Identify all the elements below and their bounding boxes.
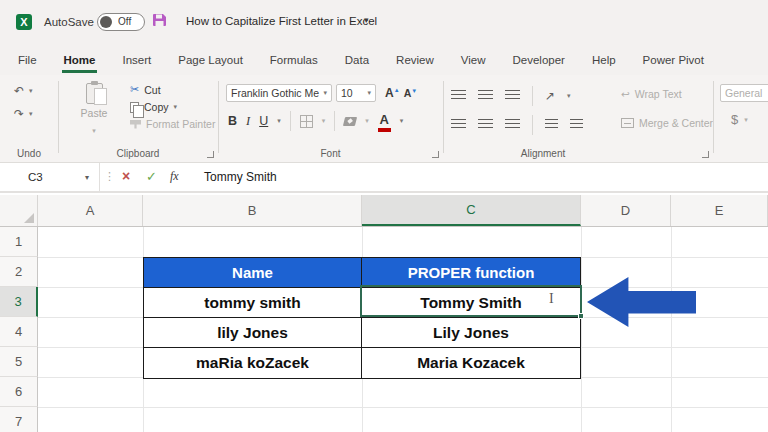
fill-color-button[interactable]	[343, 117, 357, 126]
orientation-button[interactable]: ↗	[545, 90, 555, 102]
increase-font-size-button[interactable]: A▲	[385, 86, 400, 100]
row-header-2[interactable]: 2	[0, 257, 38, 287]
row-header-4[interactable]: 4	[0, 317, 38, 347]
underline-button[interactable]: U	[259, 114, 268, 128]
font-dialog-launcher[interactable]	[432, 151, 439, 158]
fill-color-chevron-down-icon[interactable]: ▾	[365, 117, 369, 125]
cell-c5[interactable]: Maria Kozacek	[362, 348, 580, 378]
currency-format-button[interactable]: $	[731, 113, 738, 126]
name-box[interactable]: C3 ▾	[0, 163, 100, 191]
align-left-button[interactable]	[451, 119, 466, 131]
align-middle-button[interactable]	[478, 90, 493, 102]
tab-review[interactable]: Review	[396, 54, 434, 66]
font-group: Franklin Gothic Me ▾ 10 ▾ A▲ A▼ B I U ▾ …	[218, 75, 443, 163]
clipboard-dialog-launcher[interactable]	[207, 151, 214, 158]
undo-chevron-down-icon[interactable]: ▾	[29, 87, 33, 95]
select-all-corner[interactable]	[0, 195, 38, 226]
alignment-group-label: Alignment	[443, 148, 643, 159]
align-bottom-button[interactable]	[505, 90, 520, 102]
column-header-b[interactable]: B	[143, 195, 362, 226]
redo-button[interactable]: ↷	[14, 108, 24, 120]
currency-chevron-down-icon[interactable]: ▾	[744, 116, 748, 124]
copy-chevron-down-icon[interactable]: ▾	[174, 103, 178, 111]
tab-insert[interactable]: Insert	[122, 54, 151, 66]
cut-button[interactable]: ✂ Cut	[130, 83, 215, 96]
scissors-icon: ✂	[130, 83, 139, 96]
align-right-button[interactable]	[505, 119, 520, 131]
autosave-toggle[interactable]: Off	[97, 13, 145, 31]
tab-help[interactable]: Help	[592, 54, 616, 66]
row-header-7[interactable]: 7	[0, 407, 38, 432]
tab-home[interactable]: Home	[64, 54, 96, 66]
number-format-select[interactable]: General	[720, 84, 768, 102]
clipboard-group-label: Clipboard	[58, 148, 218, 159]
autosave-state: Off	[118, 16, 131, 27]
document-title[interactable]: How to Capitalize First Letter in Excel	[186, 15, 377, 27]
borders-button[interactable]	[300, 115, 313, 128]
undo-group-label: Undo	[0, 148, 58, 159]
paste-button[interactable]: Paste ▾	[72, 83, 116, 137]
sheet-grid[interactable]: A B C D E 1 2 3 4 5 6 7 Name	[0, 195, 768, 432]
merge-center-button[interactable]: Merge & Center	[621, 117, 713, 129]
copy-button[interactable]: Copy ▾	[130, 101, 215, 113]
tab-power-pivot[interactable]: Power Pivot	[643, 54, 704, 66]
increase-indent-button[interactable]	[570, 119, 583, 131]
decrease-font-size-button[interactable]: A▼	[404, 87, 418, 99]
cell-b3[interactable]: tommy smith	[144, 288, 362, 318]
undo-group: ↶ ▾ ↷ ▾ Undo	[0, 75, 58, 163]
cancel-button[interactable]: ×	[122, 168, 130, 184]
column-header-c[interactable]: C	[362, 195, 581, 226]
decrease-indent-button[interactable]	[545, 119, 558, 131]
row-header-6[interactable]: 6	[0, 377, 38, 407]
title-chevron-down-icon[interactable]: ▾	[364, 15, 369, 25]
cell-b2[interactable]: Name	[144, 258, 362, 288]
paste-clipboard-icon	[86, 83, 103, 104]
cell-c4[interactable]: Lily Jones	[362, 318, 580, 348]
clipboard-group: Paste ▾ ✂ Cut Copy ▾ Format Painter Cli	[58, 75, 218, 163]
ribbon: ↶ ▾ ↷ ▾ Undo Paste ▾ ✂ Cut	[0, 75, 768, 163]
row-header-5[interactable]: 5	[0, 347, 38, 377]
font-name-select[interactable]: Franklin Gothic Me ▾	[226, 84, 332, 102]
cell-b5[interactable]: maRia koZacek	[144, 348, 362, 378]
alignment-dialog-launcher[interactable]	[702, 151, 709, 158]
formula-input[interactable]: Tommy Smith	[196, 163, 768, 191]
column-header-e[interactable]: E	[671, 195, 768, 226]
redo-chevron-down-icon[interactable]: ▾	[29, 110, 33, 118]
cell-c3[interactable]: Tommy Smith	[362, 288, 580, 318]
column-header-a[interactable]: A	[38, 195, 143, 226]
tab-developer[interactable]: Developer	[513, 54, 565, 66]
wrap-text-button[interactable]: ↩ Wrap Text	[621, 88, 682, 100]
underline-chevron-down-icon[interactable]: ▾	[277, 117, 281, 125]
align-center-button[interactable]	[478, 119, 493, 131]
divider	[290, 111, 291, 131]
cell-b4[interactable]: lily Jones	[144, 318, 362, 348]
align-top-button[interactable]	[451, 90, 466, 102]
undo-button[interactable]: ↶	[14, 85, 24, 97]
font-color-chevron-down-icon[interactable]: ▾	[400, 117, 404, 125]
borders-chevron-down-icon[interactable]: ▾	[322, 117, 326, 125]
column-header-d[interactable]: D	[581, 195, 671, 226]
tab-file[interactable]: File	[18, 54, 37, 66]
bold-button[interactable]: B	[228, 114, 237, 128]
column-headers: A B C D E	[0, 195, 768, 227]
cell-c2[interactable]: PROPER function	[362, 258, 580, 288]
row-header-1[interactable]: 1	[0, 227, 38, 257]
orientation-chevron-down-icon[interactable]: ▾	[567, 92, 571, 100]
paste-chevron-down-icon[interactable]: ▾	[92, 127, 96, 134]
fill-handle[interactable]	[578, 313, 584, 319]
tab-view[interactable]: View	[461, 54, 486, 66]
font-size-select[interactable]: 10 ▾	[336, 84, 376, 102]
row-header-3[interactable]: 3	[0, 287, 38, 317]
italic-button[interactable]: I	[246, 114, 250, 129]
tab-data[interactable]: Data	[345, 54, 369, 66]
tab-page-layout[interactable]: Page Layout	[178, 54, 243, 66]
font-color-button[interactable]: A	[378, 111, 391, 132]
excel-window: X AutoSave Off How to Capitalize First L…	[0, 0, 768, 432]
excel-app-icon: X	[16, 14, 32, 30]
save-icon[interactable]	[152, 13, 167, 32]
insert-function-button[interactable]: fx	[170, 169, 179, 184]
format-painter-button[interactable]: Format Painter	[130, 118, 215, 130]
tab-formulas[interactable]: Formulas	[270, 54, 318, 66]
enter-button[interactable]: ✓	[146, 169, 157, 184]
wrap-text-icon: ↩	[621, 88, 630, 100]
